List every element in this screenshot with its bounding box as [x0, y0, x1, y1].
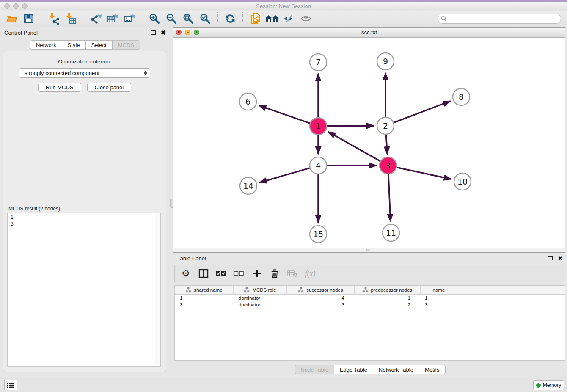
float-table-panel-icon[interactable]	[548, 256, 553, 260]
zoom-out-button[interactable]	[164, 12, 179, 25]
graph-edge-1-2[interactable]	[327, 126, 374, 126]
column-label: predecessor nodes	[371, 287, 413, 293]
tab-node-table[interactable]: Node Table	[295, 365, 334, 374]
tab-network[interactable]: Network	[30, 40, 62, 50]
close-panel-icon[interactable]: ✖	[161, 30, 166, 36]
close-table-panel-icon[interactable]: ✖	[558, 255, 563, 261]
tab-network-table[interactable]: Network Table	[373, 365, 419, 374]
table-row[interactable]: 1 dominator 4 1 1	[175, 295, 565, 301]
show-eye-button[interactable]	[299, 12, 313, 25]
cell-successor-nodes[interactable]: 3	[287, 302, 355, 307]
graph-edge-3-1[interactable]	[328, 132, 380, 161]
show-columns-button[interactable]	[198, 268, 209, 279]
result-scrollbar[interactable]	[155, 213, 160, 366]
column-label: name	[433, 287, 445, 293]
float-panel-icon[interactable]	[151, 30, 156, 35]
zoom-in-button[interactable]	[147, 12, 162, 25]
table-settings-button[interactable]: ⚙	[180, 268, 192, 279]
unselect-all-button[interactable]	[233, 268, 245, 279]
import-network-button[interactable]	[47, 12, 61, 25]
home-button[interactable]	[265, 12, 279, 25]
node-table[interactable]: shared name MCDS role successor nodes pr…	[174, 285, 565, 361]
search-input[interactable]	[438, 14, 561, 24]
graph-edge-3-10[interactable]	[397, 167, 451, 179]
network-graph[interactable]: 7968124314101511	[173, 38, 565, 248]
column-header-successor-nodes[interactable]: successor nodes	[287, 286, 355, 294]
cell-name[interactable]: 3	[421, 302, 457, 307]
delete-table-button[interactable]	[286, 268, 298, 279]
export-image-button[interactable]	[122, 12, 137, 25]
control-panel-header: Control Panel ✖	[0, 27, 170, 38]
memory-status-icon	[536, 383, 541, 388]
graph-node-label: 2	[383, 121, 388, 130]
zoom-out-icon	[165, 13, 177, 25]
clone-network-button[interactable]	[248, 12, 262, 25]
column-header-name[interactable]: name	[421, 286, 457, 294]
mcds-result-area[interactable]: 1 3	[7, 213, 161, 367]
network-hscroll-knob[interactable]	[366, 249, 370, 251]
export-table-button[interactable]	[105, 12, 120, 25]
zoom-selected-button[interactable]	[198, 12, 212, 25]
cell-successor-nodes[interactable]: 4	[287, 295, 355, 301]
cell-mcds-role[interactable]: dominator	[234, 302, 287, 307]
column-header-predecessor-nodes[interactable]: predecessor nodes	[355, 286, 421, 294]
splitter-handle[interactable]	[170, 199, 173, 208]
delete-column-button[interactable]	[269, 268, 281, 279]
graph-edge-3-11[interactable]	[388, 174, 391, 221]
cell-shared-name[interactable]: 3	[175, 302, 234, 307]
app-title: Session: New Session	[0, 3, 567, 9]
memory-button[interactable]: Memory	[533, 380, 564, 390]
memory-label: Memory	[543, 382, 561, 388]
table-toolbar: ⚙	[174, 265, 565, 282]
import-table-button[interactable]	[63, 12, 78, 25]
tree-icon	[363, 287, 369, 293]
select-all-button[interactable]	[215, 268, 227, 279]
zoom-selected-icon	[199, 13, 211, 25]
cell-name[interactable]: 1	[421, 295, 457, 301]
hide-panel-button[interactable]	[282, 12, 296, 25]
control-panel-tabs: Network Style Select MCDS	[0, 40, 170, 50]
optimization-criterion-select[interactable]: strongly connected component	[19, 68, 150, 78]
tab-edge-table[interactable]: Edge Table	[334, 365, 373, 374]
graph-edge-4-14[interactable]	[259, 168, 310, 183]
network-canvas[interactable]: 7968124314101511	[173, 38, 565, 248]
table-row[interactable]: 3 dominator 3 2 3	[175, 301, 565, 308]
graph-edge-1-6[interactable]	[259, 105, 310, 123]
apply-function-button[interactable]: f(x)	[304, 268, 316, 279]
column-header-mcds-role[interactable]: MCDS role	[234, 286, 287, 294]
panel-splitter[interactable]	[170, 27, 173, 377]
cell-predecessor-nodes[interactable]: 1	[355, 295, 421, 301]
task-history-button[interactable]	[4, 380, 17, 390]
mcds-panel-body: Optimization criterion: strongly connect…	[3, 51, 166, 372]
graph-edge-2-3[interactable]	[386, 135, 387, 154]
network-hscrollbar[interactable]	[173, 248, 565, 252]
add-column-button[interactable]	[251, 268, 263, 279]
close-panel-button[interactable]: Close panel	[87, 83, 132, 92]
network-window: ✕ − + scc.txt 7968124314101511	[173, 27, 565, 253]
table-panel-header: Table Panel ✖	[173, 253, 567, 264]
export-image-icon	[123, 13, 136, 25]
tab-mcds[interactable]: MCDS	[113, 40, 140, 50]
run-mcds-button[interactable]: Run MCDS	[38, 83, 81, 92]
zoom-fit-button[interactable]	[181, 12, 195, 25]
open-session-button[interactable]	[5, 12, 19, 25]
graph-edge-2-8[interactable]	[394, 101, 451, 123]
cell-shared-name[interactable]: 1	[175, 295, 234, 301]
mcds-result-text: 1 3	[8, 213, 155, 366]
graph-node-label: 3	[385, 161, 391, 170]
control-panel-title: Control Panel	[4, 30, 38, 36]
apply-layout-button[interactable]	[223, 12, 237, 25]
app-titlebar: Session: New Session	[0, 2, 567, 10]
tree-icon	[185, 287, 191, 293]
tab-select[interactable]: Select	[86, 40, 113, 50]
tab-style[interactable]: Style	[62, 40, 86, 50]
cell-predecessor-nodes[interactable]: 2	[355, 302, 421, 307]
network-window-titlebar[interactable]: ✕ − + scc.txt	[173, 28, 565, 38]
cell-mcds-role[interactable]: dominator	[234, 295, 287, 301]
save-session-button[interactable]	[22, 12, 36, 25]
export-network-button[interactable]	[88, 12, 103, 25]
unchecked-boxes-icon	[234, 270, 245, 277]
tab-motifs[interactable]: Motifs	[419, 365, 446, 374]
column-header-shared-name[interactable]: shared name	[175, 286, 234, 294]
export-table-icon	[106, 13, 119, 25]
